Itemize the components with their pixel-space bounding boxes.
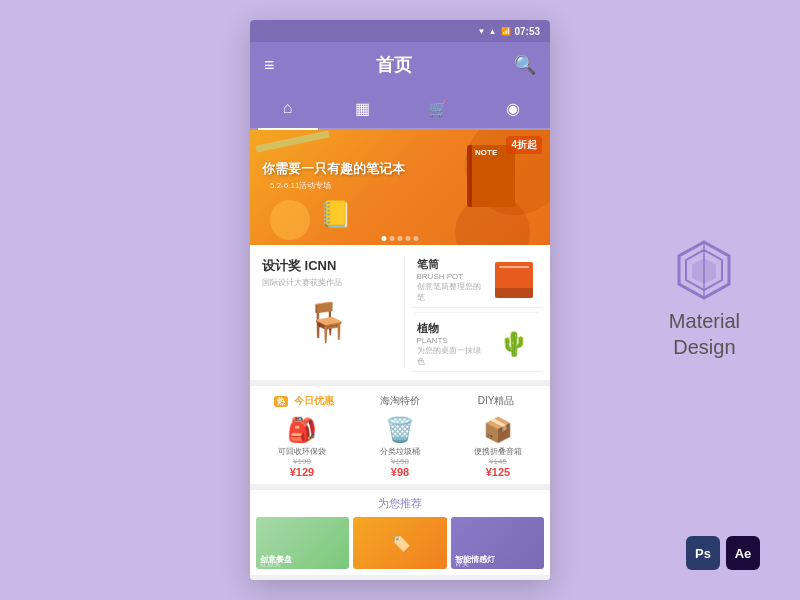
material-design-logo xyxy=(674,240,734,300)
rec-mid-icon: 🏷️ xyxy=(389,532,411,554)
banner-character: 📒 xyxy=(320,199,352,230)
hot-badge: 热 xyxy=(274,396,288,407)
tab-discover[interactable]: ◉ xyxy=(475,88,550,128)
recommend-items-list: 创意餐盘 红点奖 🏷️ 智能情感灯 评奖 xyxy=(256,517,544,569)
tab-home[interactable]: ⌂ xyxy=(250,88,325,128)
deals-tabs: 热 今日优惠 海淘特价 DIY精品 xyxy=(256,392,544,410)
speaker-old-price: ¥145 xyxy=(489,457,507,466)
rec-sublabel-1: 红点奖 xyxy=(260,559,281,569)
bin-image: 🗑️ xyxy=(385,416,415,444)
right-item-divider xyxy=(415,312,539,313)
bag-old-price: ¥199 xyxy=(293,457,311,466)
photoshop-icon[interactable]: Ps xyxy=(686,536,720,570)
plants-cn: 植物 xyxy=(417,321,487,336)
tab-grid[interactable]: ▦ xyxy=(325,88,400,128)
deal-item-speaker[interactable]: 📦 便携折叠音箱 ¥145 ¥125 xyxy=(452,416,544,478)
main-content: 设计奖 ICNN 国际设计大赛获奖作品 🪑 笔筒 BRUSH POT xyxy=(250,245,550,580)
deals-tab-overseas[interactable]: 海淘特价 xyxy=(352,392,448,410)
deal-item-bin[interactable]: 🗑️ 分类垃圾桶 ¥158 ¥98 xyxy=(354,416,446,478)
tab-cart[interactable]: 🛒 xyxy=(400,88,475,128)
recommend-item-plate[interactable]: 创意餐盘 红点奖 xyxy=(256,517,349,569)
status-time: 07:53 xyxy=(514,26,540,37)
nav-bar: ≡ 首页 🔍 xyxy=(250,42,550,88)
compass-icon: ◉ xyxy=(506,99,520,118)
category-brush-pot[interactable]: 笔筒 BRUSH POT 创意笔筒整理您的笔 xyxy=(411,253,543,308)
category-divider xyxy=(404,257,405,368)
recommend-title: 为您推荐 xyxy=(256,496,544,511)
app-icons-panel: Ps Ae xyxy=(686,536,760,570)
cart-icon: 🛒 xyxy=(428,99,448,118)
deals-items-list: 🎒 可回收环保袋 ¥199 ¥129 🗑️ 分类垃圾桶 ¥158 ¥98 xyxy=(256,416,544,478)
deals-tab-today[interactable]: 热 今日优惠 xyxy=(256,392,352,410)
material-branding-panel: MaterialDesign xyxy=(669,240,740,360)
search-icon[interactable]: 🔍 xyxy=(514,54,536,76)
deals-tab-diy[interactable]: DIY精品 xyxy=(448,392,544,410)
design-award-title: 设计奖 ICNN xyxy=(262,257,394,275)
plants-desc: 为您的桌面一抹绿色 xyxy=(417,345,487,367)
hamburger-menu-icon[interactable]: ≡ xyxy=(264,55,275,76)
bin-old-price: ¥158 xyxy=(391,457,409,466)
speaker-image: 📦 xyxy=(483,416,513,444)
category-section: 设计奖 ICNN 国际设计大赛获奖作品 🪑 笔筒 BRUSH POT xyxy=(250,245,550,380)
category-right-items: 笔筒 BRUSH POT 创意笔筒整理您的笔 xyxy=(411,253,543,372)
speaker-new-price: ¥125 xyxy=(486,466,510,478)
recommend-item-lamp[interactable]: 智能情感灯 评奖 xyxy=(451,517,544,569)
brush-pot-en: BRUSH POT xyxy=(417,272,487,281)
banner-dots xyxy=(382,236,419,241)
after-effects-icon[interactable]: Ae xyxy=(726,536,760,570)
banner-discount: 4折起 xyxy=(506,136,542,154)
brush-pot-cn: 笔筒 xyxy=(417,257,487,272)
bag-image: 🎒 xyxy=(287,416,317,444)
status-bar: ▼ ▲ 📶 07:53 xyxy=(250,20,550,42)
promo-banner[interactable]: NOTE 你需要一只有趣的笔记本 5.2-6.11活动专场 4折起 📒 xyxy=(250,130,550,245)
speaker-name: 便携折叠音箱 xyxy=(474,446,522,457)
material-design-text: MaterialDesign xyxy=(669,308,740,360)
page-title: 首页 xyxy=(376,53,412,77)
brush-pot-desc: 创意笔筒整理您的笔 xyxy=(417,281,487,303)
plants-text: 植物 PLANTS 为您的桌面一抹绿色 xyxy=(417,321,487,367)
bag-name: 可回收环保袋 xyxy=(278,446,326,457)
status-icons: ▼ ▲ 📶 07:53 xyxy=(478,26,540,37)
bin-name: 分类垃圾桶 xyxy=(380,446,420,457)
phone-mockup: ▼ ▲ 📶 07:53 ≡ 首页 🔍 ⌂ ▦ 🛒 ◉ xyxy=(250,20,550,580)
bag-new-price: ¥129 xyxy=(290,466,314,478)
deals-section: 热 今日优惠 海淘特价 DIY精品 🎒 可回收环保袋 ¥199 xyxy=(250,386,550,484)
design-award-desc: 国际设计大赛获奖作品 xyxy=(262,277,394,288)
banner-main-text: 你需要一只有趣的笔记本 xyxy=(262,160,405,178)
category-design-award[interactable]: 设计奖 ICNN 国际设计大赛获奖作品 🪑 xyxy=(258,253,398,372)
home-icon: ⌂ xyxy=(283,99,293,117)
banner-sub-text: 5.2-6.11活动专场 xyxy=(270,180,331,191)
plants-en: PLANTS xyxy=(417,336,487,345)
bin-new-price: ¥98 xyxy=(391,466,409,478)
tab-bar: ⌂ ▦ 🛒 ◉ xyxy=(250,88,550,130)
design-award-image-area: 🪑 xyxy=(262,294,394,344)
deal-item-bag[interactable]: 🎒 可回收环保袋 ¥199 ¥129 xyxy=(256,416,348,478)
rec-sublabel-3: 评奖 xyxy=(455,559,469,569)
category-plants[interactable]: 植物 PLANTS 为您的桌面一抹绿色 🌵 xyxy=(411,317,543,372)
chair-image: 🪑 xyxy=(304,300,351,344)
grid-icon: ▦ xyxy=(355,99,370,118)
brush-pot-image xyxy=(492,260,536,300)
plants-image: 🌵 xyxy=(492,324,536,364)
brush-pot-text: 笔筒 BRUSH POT 创意笔筒整理您的笔 xyxy=(417,257,487,303)
recommend-item-mid[interactable]: 🏷️ xyxy=(353,517,446,569)
recommend-section: 为您推荐 创意餐盘 红点奖 🏷️ 智能情感灯 评奖 xyxy=(250,490,550,575)
